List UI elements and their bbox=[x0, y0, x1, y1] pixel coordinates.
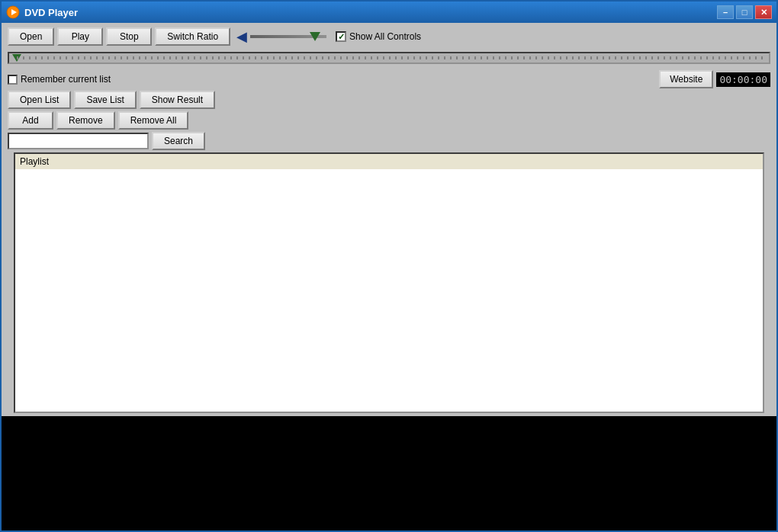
window-title: DVD Player bbox=[24, 7, 717, 18]
title-bar: DVD Player – □ ✕ bbox=[2, 2, 776, 23]
remove-all-button[interactable]: Remove All bbox=[118, 111, 189, 130]
speaker-icon: ◀ bbox=[236, 28, 247, 45]
switch-ratio-button[interactable]: Switch Ratio bbox=[155, 27, 230, 46]
playlist-body[interactable] bbox=[14, 169, 764, 413]
volume-track bbox=[250, 35, 326, 38]
maximize-button[interactable]: □ bbox=[736, 5, 753, 19]
edit-controls-row: Add Remove Remove All bbox=[8, 111, 770, 130]
content-area: Open Play Stop Switch Ratio ◀ Show All C… bbox=[2, 23, 776, 530]
remember-checkbox[interactable] bbox=[8, 75, 18, 85]
show-all-controls-checkbox[interactable] bbox=[336, 31, 346, 42]
main-window: DVD Player – □ ✕ Open Play Stop Switch R… bbox=[0, 0, 778, 532]
open-list-button[interactable]: Open List bbox=[8, 91, 71, 109]
secondary-time-display: 00:00:00 bbox=[716, 72, 770, 87]
dvd-player-icon bbox=[6, 5, 20, 19]
full-controls-area: Remember current list Website 00:00:00 O… bbox=[2, 67, 776, 416]
list-controls-row: Open List Save List Show Result bbox=[8, 91, 770, 109]
seek-bar[interactable] bbox=[8, 52, 770, 64]
window-controls: – □ ✕ bbox=[717, 5, 772, 19]
search-button[interactable]: Search bbox=[152, 132, 205, 150]
playlist-header: Playlist bbox=[14, 152, 764, 169]
remember-area: Remember current list bbox=[8, 74, 656, 85]
add-button[interactable]: Add bbox=[8, 111, 53, 130]
toolbar: Open Play Stop Switch Ratio ◀ Show All C… bbox=[2, 23, 776, 50]
volume-thumb bbox=[310, 32, 320, 41]
remove-button[interactable]: Remove bbox=[56, 111, 115, 130]
stop-button[interactable]: Stop bbox=[106, 27, 152, 46]
volume-area: ◀ bbox=[236, 28, 326, 45]
remember-row: Remember current list Website 00:00:00 bbox=[8, 70, 770, 88]
open-button[interactable]: Open bbox=[8, 27, 54, 46]
save-list-button[interactable]: Save List bbox=[74, 91, 136, 109]
search-input[interactable] bbox=[8, 133, 149, 149]
playlist-section: Playlist bbox=[8, 152, 770, 416]
website-button[interactable]: Website bbox=[659, 70, 713, 88]
volume-slider[interactable] bbox=[250, 29, 326, 44]
main-time-display: 00:00:00 bbox=[722, 31, 770, 43]
show-all-controls-label: Show All Controls bbox=[349, 31, 421, 42]
seek-dots bbox=[17, 56, 766, 59]
show-controls-area: Show All Controls bbox=[336, 31, 421, 42]
show-result-button[interactable]: Show Result bbox=[140, 91, 215, 109]
video-area bbox=[2, 416, 776, 530]
remember-label: Remember current list bbox=[21, 74, 111, 85]
minimize-button[interactable]: – bbox=[717, 5, 734, 19]
seek-bar-area bbox=[2, 50, 776, 67]
search-row: Search bbox=[8, 132, 770, 150]
close-button[interactable]: ✕ bbox=[755, 5, 772, 19]
play-button[interactable]: Play bbox=[57, 27, 103, 46]
